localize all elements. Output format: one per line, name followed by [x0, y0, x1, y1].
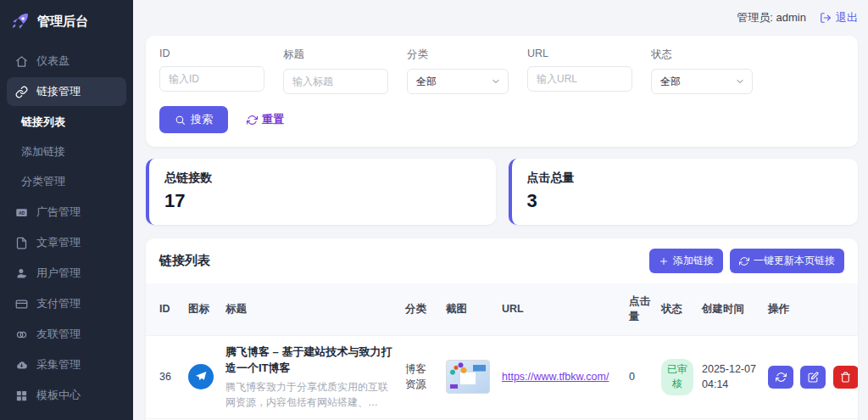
template-icon: [15, 389, 28, 402]
sidebar-item-label: 支付管理: [36, 296, 81, 311]
delete-row-button[interactable]: [833, 366, 858, 389]
update-page-links-button[interactable]: 一键更新本页链接: [730, 249, 844, 273]
stat-label: 点击总量: [527, 171, 843, 186]
stat-card-total-links: 总链接数 17: [146, 159, 496, 225]
sidebar-nav: 仪表盘 链接管理 链接列表 添加链接 分类管理 AD 广告管理 文章管理 用户管…: [0, 47, 133, 420]
column-header-id: ID: [146, 283, 183, 336]
filter-field-category: 分类 全部: [407, 48, 509, 94]
article-icon: [15, 237, 28, 249]
filter-card: ID 标题 分类 全部 URL 状态 全部: [146, 36, 858, 147]
sidebar-subitem-category-management[interactable]: 分类管理: [0, 167, 133, 196]
field-label: 状态: [651, 48, 753, 62]
sidebar-subitem-add-link[interactable]: 添加链接: [0, 137, 133, 166]
link-description: 腾飞博客致力于分享优质实用的互联网资源，内容包括有网站搭建、…: [225, 379, 395, 410]
sidebar-item-label: 采集管理: [36, 357, 81, 372]
column-header-created: 创建时间: [697, 283, 763, 336]
click-count: 0: [624, 336, 656, 419]
sidebar-item-label: 添加链接: [21, 145, 65, 158]
main-content: 管理员: admin 退出 ID 标题 分类 全部: [133, 0, 868, 420]
app-logo: 管理后台: [0, 0, 133, 45]
column-header-clicks: 点击量: [624, 283, 656, 336]
sidebar-item-site-settings[interactable]: 站点设置: [7, 412, 126, 420]
users-icon: [15, 267, 28, 280]
ad-icon: AD: [15, 206, 28, 219]
link-list-card: 链接列表 添加链接 一键更新本页链接 ID: [146, 238, 858, 420]
payment-icon: [15, 298, 28, 311]
friend-links-icon: [15, 328, 28, 341]
logout-button[interactable]: 退出: [820, 10, 858, 25]
topbar: 管理员: admin 退出: [146, 7, 858, 29]
search-button[interactable]: 搜索: [159, 106, 228, 133]
sidebar-item-ad-management[interactable]: AD 广告管理: [7, 198, 126, 227]
column-header-screenshot: 截图: [441, 283, 497, 336]
stat-card-total-clicks: 点击总量 3: [509, 159, 859, 225]
sidebar-item-user-management[interactable]: 用户管理: [7, 259, 126, 288]
chevron-down-icon: [735, 76, 745, 87]
status-select[interactable]: 全部: [651, 69, 753, 94]
column-header-url: URL: [497, 283, 624, 336]
table-header-row: ID 图标 标题 分类 截图 URL 点击量 状态 创建时间 操作: [146, 283, 858, 336]
search-button-label: 搜索: [191, 112, 213, 127]
column-header-icon: 图标: [183, 283, 220, 336]
edit-row-button[interactable]: [800, 366, 826, 389]
stat-label: 总链接数: [164, 171, 481, 186]
sidebar-item-collect-management[interactable]: 采集管理: [7, 350, 126, 379]
chevron-down-icon: [491, 76, 501, 87]
refresh-icon: [776, 372, 787, 383]
card-title: 链接列表: [159, 253, 210, 269]
sidebar-item-label: 友联管理: [36, 327, 81, 342]
home-icon: [15, 55, 28, 68]
sidebar-item-label: 文章管理: [36, 235, 81, 250]
sidebar-item-label: 广告管理: [36, 204, 81, 220]
table-row: 36 腾飞博客 – 基于建站技术与致力打造一个IT博客 腾飞博客致力于分享优质实…: [146, 336, 858, 419]
sidebar-item-label: 分类管理: [21, 175, 65, 188]
filter-field-title: 标题: [283, 48, 388, 94]
reset-button[interactable]: 重置: [247, 112, 284, 127]
screenshot-thumbnail[interactable]: [446, 360, 490, 394]
link-icon: [15, 86, 28, 98]
link-title: 腾飞博客 – 基于建站技术与致力打造一个IT博客: [225, 344, 395, 377]
rocket-icon: [10, 11, 31, 31]
created-time: 2025-12-07 04:14: [697, 336, 763, 419]
refresh-icon: [739, 256, 749, 266]
reset-button-label: 重置: [262, 112, 284, 127]
app-title: 管理后台: [37, 14, 88, 30]
filter-field-status: 状态 全部: [651, 48, 753, 94]
refresh-row-button[interactable]: [768, 366, 793, 389]
sidebar-item-link-management[interactable]: 链接管理: [7, 77, 126, 106]
admin-label: 管理员: admin: [737, 10, 806, 25]
sidebar-item-dashboard[interactable]: 仪表盘: [7, 47, 126, 76]
id-input[interactable]: [159, 66, 264, 92]
column-header-status: 状态: [656, 283, 697, 336]
collect-icon: [15, 359, 28, 372]
sidebar-item-label: 仪表盘: [36, 53, 70, 69]
svg-text:AD: AD: [19, 210, 25, 215]
update-page-links-label: 一键更新本页链接: [754, 254, 835, 268]
column-header-title: 标题: [220, 283, 400, 336]
sidebar-item-label: 用户管理: [36, 266, 81, 281]
search-icon: [175, 115, 186, 126]
add-link-button[interactable]: 添加链接: [649, 249, 723, 273]
sidebar-item-label: 链接管理: [36, 84, 81, 99]
field-label: 分类: [407, 48, 509, 62]
add-link-label: 添加链接: [673, 254, 714, 268]
links-table: ID 图标 标题 分类 截图 URL 点击量 状态 创建时间 操作 36: [146, 283, 858, 420]
link-url[interactable]: https://www.tfbkw.com/: [502, 371, 609, 383]
column-header-actions: 操作: [763, 283, 858, 336]
category-select[interactable]: 全部: [407, 69, 509, 94]
sidebar-item-friend-links-management[interactable]: 友联管理: [7, 320, 126, 349]
logout-icon: [820, 12, 832, 24]
sidebar-item-article-management[interactable]: 文章管理: [7, 228, 126, 257]
title-input[interactable]: [283, 69, 388, 94]
sidebar-item-template-center[interactable]: 模板中心: [7, 381, 126, 410]
link-category: 博客资源: [400, 336, 441, 419]
site-favicon: [188, 364, 214, 389]
row-id: 36: [146, 336, 183, 419]
trash-icon: [840, 372, 851, 383]
filter-field-id: ID: [159, 48, 264, 94]
sidebar-subitem-link-list[interactable]: 链接列表: [0, 108, 133, 137]
url-input[interactable]: [527, 66, 632, 92]
sidebar-item-payment-management[interactable]: 支付管理: [7, 289, 126, 318]
stats-row: 总链接数 17 点击总量 3: [146, 159, 858, 225]
refresh-icon: [247, 115, 258, 126]
